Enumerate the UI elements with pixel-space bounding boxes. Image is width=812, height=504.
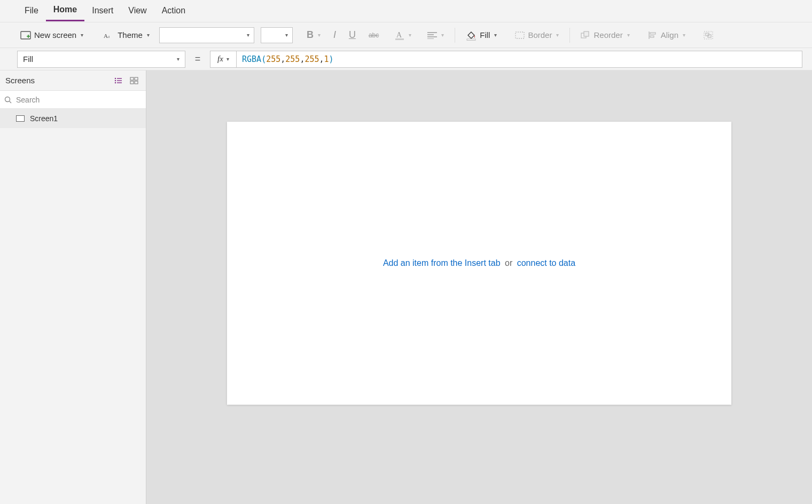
svg-rect-12 bbox=[584, 32, 589, 36]
svg-rect-10 bbox=[516, 32, 524, 38]
chevron-down-icon: ▾ bbox=[318, 32, 321, 38]
screen-icon bbox=[16, 115, 25, 122]
property-value: Fill bbox=[23, 54, 33, 64]
align-objects-icon bbox=[648, 31, 658, 40]
svg-rect-14 bbox=[650, 33, 655, 34]
fill-color-button[interactable]: Fill ▾ bbox=[460, 28, 502, 43]
reorder-icon bbox=[581, 31, 590, 40]
formula-bar: Fill ▾ = fx ▾ RGBA(255, 255, 255, 1) bbox=[0, 48, 812, 70]
align-button[interactable]: Align ▾ bbox=[643, 28, 691, 42]
bold-icon: B bbox=[307, 29, 314, 41]
italic-button[interactable]: I bbox=[328, 27, 341, 43]
chevron-down-icon: ▾ bbox=[556, 32, 559, 38]
thumbnail-view-button[interactable] bbox=[128, 74, 140, 87]
svg-point-21 bbox=[115, 80, 116, 81]
font-color-icon: A bbox=[395, 30, 404, 41]
tree-view-button[interactable] bbox=[112, 74, 124, 87]
connect-data-link[interactable]: connect to data bbox=[517, 258, 575, 267]
screens-search[interactable] bbox=[0, 91, 146, 109]
svg-line-30 bbox=[10, 101, 12, 103]
ribbon: New screen ▾ A a Theme ▾ ▾ ▾ B ▾ I U abc bbox=[0, 22, 812, 48]
chevron-down-icon: ▾ bbox=[441, 32, 444, 38]
font-size-select[interactable]: ▾ bbox=[261, 27, 293, 43]
equals-sign: = bbox=[193, 53, 202, 65]
design-canvas[interactable]: Add an item from the Insert tab or conne… bbox=[227, 122, 731, 405]
svg-text:a: a bbox=[108, 34, 110, 39]
chevron-down-icon: ▾ bbox=[177, 56, 179, 62]
svg-rect-27 bbox=[130, 81, 134, 84]
svg-rect-26 bbox=[135, 77, 138, 80]
border-label: Border bbox=[528, 30, 552, 40]
align-text-button[interactable]: ▾ bbox=[422, 29, 449, 41]
group-button[interactable] bbox=[698, 29, 719, 42]
tree-item-label: Screen1 bbox=[30, 114, 58, 123]
menu-bar: File Home Insert View Action bbox=[0, 0, 812, 22]
bold-button[interactable]: B ▾ bbox=[301, 27, 326, 43]
ribbon-separator bbox=[455, 28, 455, 43]
svg-point-29 bbox=[5, 97, 10, 101]
property-select[interactable]: Fill ▾ bbox=[17, 51, 185, 68]
italic-icon: I bbox=[333, 29, 336, 41]
canvas-empty-hint: Add an item from the Insert tab or conne… bbox=[383, 258, 575, 268]
screens-panel-header: Screens bbox=[0, 70, 146, 91]
new-screen-icon bbox=[20, 31, 31, 40]
menu-file[interactable]: File bbox=[17, 2, 46, 21]
theme-icon: A a bbox=[104, 31, 114, 40]
paint-bucket-icon bbox=[466, 30, 477, 41]
theme-button[interactable]: A a Theme ▾ bbox=[98, 28, 155, 42]
screens-panel-title: Screens bbox=[5, 76, 108, 85]
screens-panel: Screens bbox=[0, 70, 146, 504]
chevron-down-icon: ▾ bbox=[81, 32, 83, 38]
align-left-icon bbox=[427, 32, 437, 39]
search-icon bbox=[4, 96, 12, 104]
insert-tab-link[interactable]: Add an item from the Insert tab bbox=[383, 258, 501, 267]
border-button[interactable]: Border ▾ bbox=[510, 28, 564, 42]
menu-action[interactable]: Action bbox=[154, 2, 193, 21]
underline-button[interactable]: U bbox=[343, 27, 361, 43]
new-screen-label: New screen bbox=[34, 30, 76, 40]
svg-rect-25 bbox=[130, 77, 134, 80]
align-label: Align bbox=[661, 30, 678, 40]
strikethrough-icon: abc bbox=[369, 32, 379, 39]
hint-or: or bbox=[505, 258, 512, 267]
canvas-area: Add an item from the Insert tab or conne… bbox=[146, 70, 812, 504]
svg-text:A: A bbox=[396, 31, 402, 39]
ribbon-separator bbox=[569, 28, 570, 43]
chevron-down-icon: ▾ bbox=[285, 32, 288, 38]
menu-view[interactable]: View bbox=[121, 2, 154, 21]
svg-point-23 bbox=[115, 82, 116, 83]
workspace: Screens bbox=[0, 70, 812, 504]
strikethrough-button[interactable]: abc bbox=[363, 29, 384, 41]
menu-home[interactable]: Home bbox=[46, 1, 84, 21]
fx-label: fx bbox=[217, 54, 223, 64]
new-screen-button[interactable]: New screen ▾ bbox=[15, 28, 89, 42]
chevron-down-icon: ▾ bbox=[247, 32, 249, 38]
svg-rect-4 bbox=[395, 38, 404, 40]
svg-rect-28 bbox=[135, 81, 138, 84]
svg-point-19 bbox=[115, 77, 116, 78]
chevron-down-icon: ▾ bbox=[409, 32, 411, 38]
chevron-down-icon: ▾ bbox=[627, 32, 630, 38]
tree-item-screen1[interactable]: Screen1 bbox=[0, 109, 146, 128]
fx-button[interactable]: fx ▾ bbox=[210, 51, 237, 68]
svg-rect-15 bbox=[650, 36, 654, 37]
reorder-label: Reorder bbox=[594, 30, 622, 40]
chevron-down-icon: ▾ bbox=[683, 32, 685, 38]
chevron-down-icon: ▾ bbox=[227, 56, 229, 62]
fill-label: Fill bbox=[480, 30, 490, 40]
reorder-button[interactable]: Reorder ▾ bbox=[575, 28, 635, 42]
menu-insert[interactable]: Insert bbox=[84, 2, 121, 21]
font-color-button[interactable]: A ▾ bbox=[389, 28, 417, 43]
svg-rect-9 bbox=[467, 39, 475, 41]
svg-rect-0 bbox=[21, 32, 30, 39]
svg-text:A: A bbox=[104, 33, 108, 39]
formula-input[interactable]: RGBA(255, 255, 255, 1) bbox=[237, 51, 802, 68]
group-icon bbox=[704, 31, 713, 40]
screens-search-input[interactable] bbox=[15, 95, 142, 105]
border-icon bbox=[515, 32, 525, 39]
underline-icon: U bbox=[349, 29, 356, 41]
chevron-down-icon: ▾ bbox=[494, 32, 497, 38]
theme-label: Theme bbox=[118, 30, 143, 40]
font-family-select[interactable]: ▾ bbox=[159, 27, 254, 43]
chevron-down-icon: ▾ bbox=[147, 32, 150, 38]
